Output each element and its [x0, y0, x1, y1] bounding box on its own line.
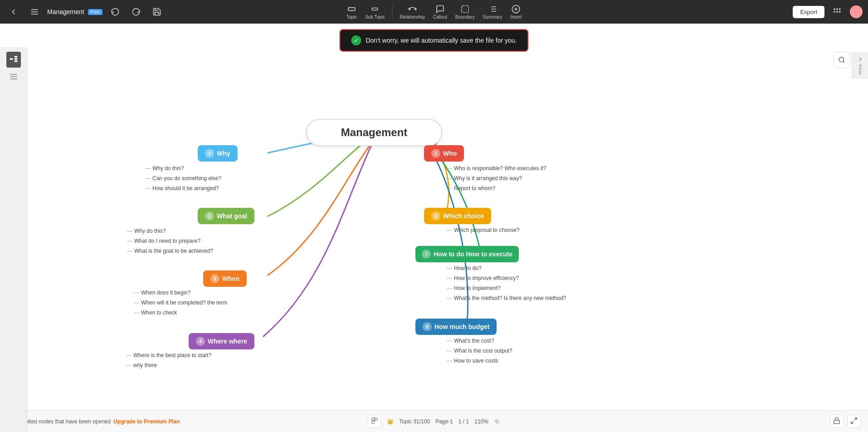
insert-tool-button[interactable]: Insert [507, 3, 525, 21]
main-canvas: ✓ Don't worry, we will automatically sav… [0, 24, 868, 432]
topic-num-where: 4 [196, 337, 205, 346]
page-num: 1 / 1 [458, 418, 469, 425]
sub-items-where: Where is the best place to start? why th… [126, 351, 211, 369]
relationship-tool-label: Relationship [400, 15, 425, 20]
sub-item: Can you do something else? [145, 174, 221, 182]
apps-grid-button[interactable] [829, 5, 845, 18]
sub-items-when: When does it begin? When will it be comp… [134, 289, 227, 317]
sub-item: Report to whom? [447, 184, 546, 192]
search-button[interactable] [834, 52, 850, 68]
callout-tool-button[interactable]: Callout [429, 3, 451, 21]
upgrade-message: ✓ Unlimited nodes that have been opened … [7, 418, 180, 425]
boundary-tool-label: Boundary [455, 15, 475, 20]
topic-node-how-to[interactable]: 7 How to do How to execute [415, 246, 519, 262]
subtopic-tool-button[interactable]: Sub Topic [361, 3, 389, 21]
svg-line-42 [851, 421, 853, 423]
sub-items-budget: What's the cost? What is the cost output… [447, 337, 512, 365]
premium-icon: 👑 [387, 418, 394, 425]
sub-item: Why do this? [145, 164, 221, 172]
topic-node-where[interactable]: 4 Where where [189, 333, 254, 349]
save-button[interactable] [149, 5, 165, 18]
topic-num-which: 6 [431, 211, 440, 221]
svg-rect-16 [836, 9, 838, 10]
topic-tool-button[interactable]: Topic [343, 3, 361, 21]
sub-item: Why do this? [127, 227, 213, 235]
fullscreen-button[interactable] [847, 415, 861, 428]
topic-num-budget: 8 [423, 322, 432, 331]
topic-node-why[interactable]: 1 Why [198, 145, 238, 162]
topic-node-what-goal[interactable]: 2 What goal [198, 208, 254, 224]
svg-rect-15 [834, 9, 835, 10]
toolbar-divider-1 [392, 5, 393, 19]
subtopic-tool-label: Sub Topic [365, 15, 385, 20]
topic-num-what-goal: 2 [205, 211, 214, 221]
relationship-tool-button[interactable]: Relationship [396, 3, 429, 21]
sub-items-which: Which proposal to choose? [447, 226, 520, 234]
svg-rect-24 [14, 60, 17, 62]
callout-tool-label: Callout [433, 15, 447, 20]
central-node-label: Management [341, 126, 408, 139]
left-panel [0, 47, 27, 432]
svg-rect-19 [836, 11, 838, 12]
topic-label-which: Which choice [443, 212, 484, 220]
sub-items-what-goal: Why do this? What do I need to prepare? … [127, 227, 213, 255]
svg-rect-8 [462, 5, 468, 12]
toolbar-right: Export [793, 5, 863, 18]
svg-line-41 [854, 418, 857, 420]
user-avatar[interactable] [850, 5, 863, 18]
svg-rect-22 [14, 56, 17, 57]
sub-item: How to improve efficiency? [447, 274, 566, 282]
list-view-button[interactable] [5, 69, 22, 85]
topic-num-why: 1 [205, 149, 214, 158]
central-node[interactable]: Management [306, 119, 442, 146]
undo-button[interactable] [107, 5, 123, 18]
insert-tool-label: Insert [510, 15, 522, 20]
topic-node-which[interactable]: 6 Which choice [424, 208, 491, 224]
export-button[interactable]: Export [793, 6, 824, 18]
mindmap-area: Management 1 Why Why do this? Can you do… [27, 64, 862, 423]
sub-item: What's the method? Is there any new meth… [447, 294, 566, 302]
hamburger-menu-button[interactable] [26, 5, 43, 18]
sub-item: How to save costs [447, 357, 512, 365]
bottom-right [830, 415, 861, 428]
panel-toggle[interactable]: Panel [852, 52, 868, 79]
topic-label-who: Who [443, 150, 457, 157]
sub-item: When to check [134, 309, 227, 317]
topic-num-when: 3 [210, 274, 219, 283]
toolbar-center: Topic Sub Topic Relationship Callout Bou… [343, 3, 526, 21]
summary-tool-button[interactable]: Summary [479, 3, 506, 21]
upgrade-text: Unlimited nodes that have been opened [15, 418, 111, 425]
sub-item: What's the cost? [447, 337, 512, 345]
svg-rect-32 [372, 421, 374, 423]
document-title: Management [47, 8, 84, 15]
back-nav-button[interactable] [5, 5, 22, 18]
sub-item: What is the cost output? [447, 347, 512, 355]
sub-item: why there [126, 361, 211, 369]
bottom-center: 👑 Topic 31/100 Page-1 1 / 1 110% [368, 415, 500, 428]
mindmap-view-button[interactable] [6, 52, 21, 68]
sub-items-why: Why do this? Can you do something else? … [145, 164, 221, 192]
topic-count: Topic 31/100 [399, 418, 430, 425]
svg-rect-4 [372, 8, 378, 10]
topic-label-why: Why [217, 150, 230, 157]
view-toggle-button[interactable] [368, 415, 381, 428]
topic-node-budget[interactable]: 8 How much budget [415, 319, 497, 335]
upgrade-link[interactable]: Upgrade to Premium Plan [113, 418, 180, 425]
sub-item: How to do? [447, 264, 566, 272]
boundary-tool-button[interactable]: Boundary [452, 3, 478, 21]
topic-node-when[interactable]: 3 When [203, 270, 247, 287]
topic-num-who: 5 [431, 149, 440, 158]
topic-label-how-to: How to do How to execute [434, 250, 512, 258]
bottom-left: ✓ Unlimited nodes that have been opened … [7, 418, 180, 425]
topic-label-where: Where where [208, 338, 247, 345]
topic-node-who[interactable]: 5 Who [424, 145, 464, 162]
lock-view-button[interactable] [830, 415, 844, 428]
sub-items-how-to: How to do? How to improve efficiency? Ho… [447, 264, 566, 302]
sub-item: What do I need to prepare? [127, 237, 213, 245]
svg-point-28 [839, 57, 844, 62]
sub-item: What is the goal to be achieved? [127, 247, 213, 255]
page-label: Page-1 [435, 418, 453, 425]
redo-button[interactable] [128, 5, 144, 18]
bottom-bar: ✓ Unlimited nodes that have been opened … [0, 410, 868, 432]
free-badge: Free [88, 9, 103, 15]
